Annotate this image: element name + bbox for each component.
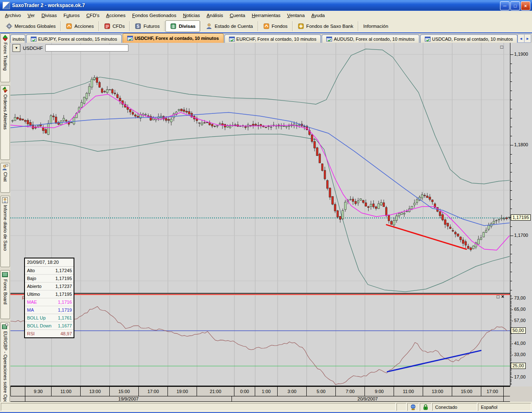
toolbar-button-futuros[interactable]: SFuturos — [131, 20, 164, 32]
toolbar-button-label: Futuros — [143, 24, 160, 29]
price-minor-tick — [510, 263, 512, 263]
menu-item-fondos-gestionados[interactable]: Fondos Gestionados — [129, 12, 180, 19]
rsi-level-box: 25,00 — [511, 363, 526, 369]
tab-eurchf[interactable]: EURCHF, Forex al contado, 10 minutos — [224, 34, 321, 43]
toolbar-button-mercados-globales[interactable]: Mercados Globales — [2, 20, 60, 32]
menu-item-archivo[interactable]: Archivo — [2, 12, 24, 19]
menu-item-divisas[interactable]: Divisas — [38, 12, 60, 19]
tab-scroll-right-button[interactable]: ► — [524, 34, 531, 43]
rsi-minor-tick — [510, 324, 512, 324]
tab-eurjpy[interactable]: EURJPY, Forex al contado, 15 minutos — [26, 34, 122, 43]
price-minor-tick — [510, 190, 512, 191]
menu-bar: ArchivoVerDivisasFuturosCFD'sAccionesFon… — [0, 11, 532, 20]
toolbar-button-estado-de-cuenta[interactable]: Estado de Cuenta — [202, 20, 257, 32]
sidebar-item-forex-board[interactable]: Forex Board — [0, 270, 10, 319]
rsi-minor-tick — [510, 312, 512, 313]
menu-item-noticias[interactable]: Noticias — [180, 12, 203, 19]
rsi-close-icon[interactable]: × — [501, 294, 504, 299]
tab-partial[interactable]: inutos — [10, 34, 25, 43]
connection-status: Conectado — [432, 403, 477, 411]
price-minor-tick — [510, 172, 512, 172]
rsi-panel[interactable]: RSI: □ × — [10, 295, 510, 386]
sidebar-item-eurgbp-operaciones-sobre-opciones-forex[interactable]: EURGBP - Operaciones sobre Opciones Fore… — [0, 322, 10, 413]
menu-item-ayuda[interactable]: Ayuda — [308, 12, 328, 19]
sidebar-item-forex-trading[interactable]: Forex Trading — [0, 33, 10, 82]
menu-item-ver[interactable]: Ver — [24, 12, 38, 19]
price-minor-tick — [510, 272, 512, 272]
eurgbp-operaciones-sobre-opciones-forex-icon — [2, 323, 9, 330]
rsi-minor-tick — [510, 359, 512, 359]
tooltip-row-value: 1,17237 — [55, 283, 72, 290]
instrument-window-icon — [425, 37, 431, 42]
symbol-dropdown-button[interactable]: ▼ — [12, 44, 20, 52]
date-cell: 20/9/2007 — [232, 396, 504, 401]
menu-item-ventana[interactable]: Ventana — [284, 12, 308, 19]
time-cell: 17:00 — [481, 387, 504, 396]
tooltip-row-boll-down: BOLL Down1,1677 — [25, 322, 74, 330]
sidebar-item-label: Forex Board — [3, 279, 8, 305]
title-bar[interactable]: SaxoTrader 2 - workspace.ok.7 ─ □ × — [0, 0, 532, 11]
menu-item-cuenta[interactable]: Cuenta — [227, 12, 249, 19]
time-lead-cell — [10, 387, 25, 396]
axis-tick-label: 1,1900 — [514, 52, 528, 57]
toolbar-button-divisas[interactable]: Divisas — [165, 20, 200, 32]
sidebar-item-label: EURGBP - Operaciones sobre Opciones Fore… — [3, 331, 8, 413]
menu-item-cfd-s[interactable]: CFD's — [83, 12, 103, 19]
tab-scroll-left-button[interactable]: ◄ — [517, 34, 525, 43]
rsi-major-tick — [510, 321, 513, 321]
tab-usdchf[interactable]: USDCHF, Forex al contado, 10 minutos — [123, 33, 224, 43]
chevron-down-icon: ▼ — [15, 46, 18, 50]
instrument-window-icon — [326, 37, 332, 42]
toolbar-button-cfds[interactable]: CFDs — [100, 20, 129, 32]
toolbar-button-fondos[interactable]: Fondos — [259, 20, 292, 32]
rsi-minor-tick — [510, 335, 512, 335]
sidebar-item-ordenes-abiertas[interactable]: Ordenes Abiertas — [0, 85, 10, 160]
price-chart[interactable] — [10, 43, 510, 293]
price-minor-tick — [510, 199, 512, 200]
toolbar-button-fondos-de-saxo-bank[interactable]: Fondos de Saxo Bank — [293, 20, 357, 32]
menu-item-herramientas[interactable]: Herramientas — [249, 12, 284, 19]
sidebar-item-label: Ordenes Abiertas — [3, 94, 8, 130]
minimize-button[interactable]: ─ — [500, 1, 510, 10]
rsi-minor-tick — [510, 380, 512, 381]
rsi-maximize-icon[interactable]: □ — [497, 294, 500, 299]
rsi-minor-tick — [510, 337, 512, 337]
toolbar-separator — [292, 21, 293, 31]
menu-item-acciones[interactable]: Acciones — [103, 12, 129, 19]
price-minor-tick — [510, 154, 512, 155]
sidebar-item-chat[interactable]: Chat — [0, 163, 10, 193]
rsi-minor-tick — [510, 346, 512, 347]
axis-tick-label: 1,1800 — [514, 142, 528, 147]
price-chart-panel[interactable]: ▼ USDCHF □ 20/09/07, 18:20 Alto1,17245Ba… — [10, 43, 510, 293]
close-icon: × — [524, 3, 527, 8]
menu-item-ana-lisis[interactable]: Análisis — [203, 12, 227, 19]
toolbar-button-label: Divisas — [179, 24, 195, 29]
rsi-minor-tick — [510, 338, 512, 338]
price-minor-tick — [510, 163, 512, 164]
close-button[interactable]: × — [521, 1, 530, 10]
rsi-major-tick — [510, 355, 513, 355]
toolbar-button-informacio-n[interactable]: Información — [359, 20, 392, 32]
chart-maximize-icon[interactable]: □ — [500, 44, 503, 49]
axis-tick-label: 33,00 — [514, 352, 526, 357]
rsi-chart[interactable] — [10, 295, 510, 386]
maximize-button[interactable]: □ — [510, 1, 520, 10]
rsi-minor-tick — [510, 360, 512, 361]
time-cell: 17:00 — [139, 387, 168, 396]
sidebar-item-informe-diario-de-saxo[interactable]: Informe diario de Saxo — [0, 196, 10, 267]
tooltip-row-value: 1,1677 — [58, 322, 72, 329]
toolbar-button-acciones[interactable]: Acciones — [62, 20, 98, 32]
tabs-scroll-area: inutosEURJPY, Forex al contado, 15 minut… — [10, 33, 518, 43]
rsi-minor-tick — [510, 383, 512, 384]
tab-audusd[interactable]: AUDUSD, Forex al contado, 10 minutos — [322, 34, 419, 43]
status-spacer-small — [397, 403, 406, 411]
tab-usdcad[interactable]: USDCAD, Forex al contado, 10 minutos — [420, 34, 517, 43]
rsi-minor-tick — [510, 373, 512, 374]
rsi-minor-tick — [510, 381, 512, 382]
menu-item-futuros[interactable]: Futuros — [60, 12, 83, 19]
rsi-minor-tick — [510, 345, 512, 345]
symbol-input[interactable] — [45, 44, 128, 52]
sidebar-item-label: Chat — [3, 172, 8, 182]
tooltip-row-label: BOLL Down — [27, 322, 58, 329]
futuros-icon: S — [135, 23, 141, 30]
